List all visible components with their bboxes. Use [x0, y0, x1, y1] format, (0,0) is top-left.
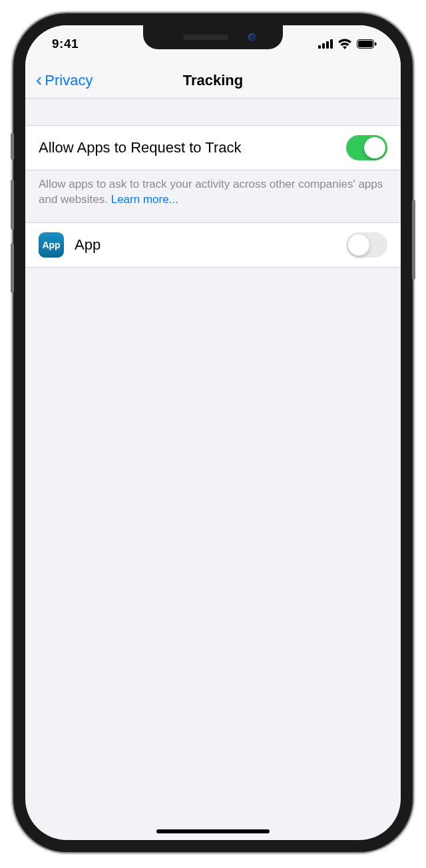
volume-down-button: [11, 243, 14, 293]
allow-apps-to-track-row: Allow Apps to Request to Track: [25, 125, 401, 170]
wifi-icon: [337, 39, 352, 49]
section-spacer: [25, 99, 401, 125]
content: Allow Apps to Request to Track Allow app…: [25, 99, 401, 268]
allow-apps-to-track-label: Allow Apps to Request to Track: [39, 139, 242, 156]
page-title: Tracking: [183, 72, 243, 89]
volume-up-button: [11, 180, 14, 230]
footer-description: Allow apps to ask to track your activity…: [39, 178, 383, 206]
back-button[interactable]: ‹ Privacy: [36, 72, 93, 89]
app-tracking-row: App App: [25, 222, 401, 268]
learn-more-link[interactable]: Learn more...: [111, 193, 178, 206]
chevron-left-icon: ‹: [36, 71, 42, 89]
nav-bar: ‹ Privacy Tracking: [25, 63, 401, 99]
section-footer: Allow apps to ask to track your activity…: [25, 170, 401, 222]
front-camera: [248, 33, 256, 41]
svg-rect-0: [318, 45, 321, 49]
back-label: Privacy: [45, 72, 93, 89]
svg-rect-3: [330, 39, 333, 49]
toggle-knob: [348, 234, 369, 256]
speaker-grille: [183, 35, 228, 40]
svg-rect-5: [358, 41, 373, 47]
mute-switch: [11, 133, 14, 160]
status-indicators: [318, 39, 377, 49]
app-icon: App: [39, 232, 64, 258]
status-time: 9:41: [52, 37, 79, 51]
cellular-icon: [318, 39, 333, 49]
phone-frame: 9:41 ‹ Privacy Tracking Allow Apps to Re…: [13, 13, 413, 852]
battery-icon: [357, 39, 377, 49]
home-indicator[interactable]: [156, 829, 270, 833]
power-button: [412, 200, 415, 280]
svg-rect-2: [326, 41, 329, 49]
svg-rect-1: [322, 43, 325, 49]
screen: 9:41 ‹ Privacy Tracking Allow Apps to Re…: [25, 25, 401, 840]
allow-apps-to-track-toggle[interactable]: [346, 135, 387, 160]
toggle-knob: [364, 137, 385, 158]
notch: [143, 25, 283, 49]
app-name-label: App: [75, 236, 101, 254]
app-tracking-toggle[interactable]: [346, 232, 387, 258]
svg-rect-6: [375, 43, 377, 46]
